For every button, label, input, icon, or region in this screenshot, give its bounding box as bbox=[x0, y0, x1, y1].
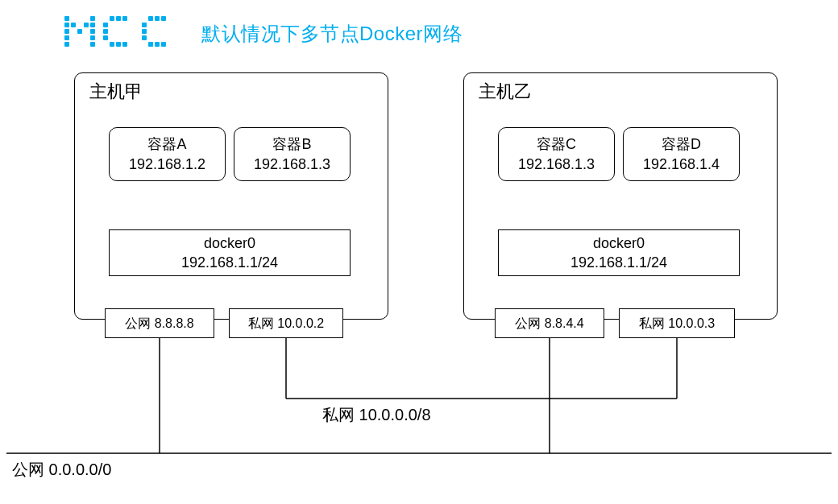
container-a: 容器A 192.168.1.2 bbox=[109, 127, 226, 181]
docker0-a-cidr: 192.168.1.1/24 bbox=[181, 254, 278, 271]
container-a-name: 容器A bbox=[147, 136, 186, 152]
host-b-public: 公网 8.8.4.4 bbox=[495, 308, 604, 338]
public-net-label: 公网 0.0.0.0/0 bbox=[12, 459, 111, 481]
host-a-private: 私网 10.0.0.2 bbox=[229, 308, 343, 338]
container-a-ip: 192.168.1.2 bbox=[129, 156, 205, 172]
docker0-a: docker0 192.168.1.1/24 bbox=[109, 229, 351, 276]
private-net-label: 私网 10.0.0.0/8 bbox=[322, 404, 431, 426]
host-b-private: 私网 10.0.0.3 bbox=[619, 308, 735, 338]
docker0-b-name: docker0 bbox=[593, 235, 645, 251]
container-b: 容器B 192.168.1.3 bbox=[234, 127, 351, 181]
container-c-ip: 192.168.1.3 bbox=[518, 156, 595, 172]
host-b-private-label: 私网 10.0.0.3 bbox=[639, 315, 715, 333]
container-c-name: 容器C bbox=[537, 136, 576, 152]
host-b-public-label: 公网 8.8.4.4 bbox=[515, 315, 583, 333]
diagram-canvas: 默认情况下多节点Docker网络 主机甲 容器 bbox=[0, 0, 838, 504]
docker0-a-name: docker0 bbox=[204, 235, 255, 251]
container-d-name: 容器D bbox=[662, 136, 701, 152]
host-a-public-label: 公网 8.8.8.8 bbox=[125, 315, 193, 333]
container-d-ip: 192.168.1.4 bbox=[643, 156, 720, 172]
logo-letter-c2 bbox=[142, 16, 172, 47]
docker0-b: docker0 192.168.1.1/24 bbox=[498, 229, 740, 276]
host-a-public: 公网 8.8.8.8 bbox=[105, 308, 214, 338]
container-c: 容器C 192.168.1.3 bbox=[498, 127, 615, 181]
host-a-private-label: 私网 10.0.0.2 bbox=[248, 315, 324, 333]
host-b: 主机乙 bbox=[463, 72, 778, 320]
logo-letter-c1 bbox=[103, 16, 134, 47]
diagram-title: 默认情况下多节点Docker网络 bbox=[201, 21, 463, 47]
container-b-name: 容器B bbox=[272, 136, 311, 152]
host-a-title: 主机甲 bbox=[89, 80, 143, 104]
container-d: 容器D 192.168.1.4 bbox=[623, 127, 740, 181]
host-b-title: 主机乙 bbox=[479, 80, 532, 104]
docker0-b-cidr: 192.168.1.1/24 bbox=[570, 254, 667, 271]
mcc-logo bbox=[64, 16, 172, 47]
host-a: 主机甲 bbox=[74, 72, 388, 320]
logo-letter-m bbox=[64, 16, 95, 47]
container-b-ip: 192.168.1.3 bbox=[254, 156, 330, 172]
